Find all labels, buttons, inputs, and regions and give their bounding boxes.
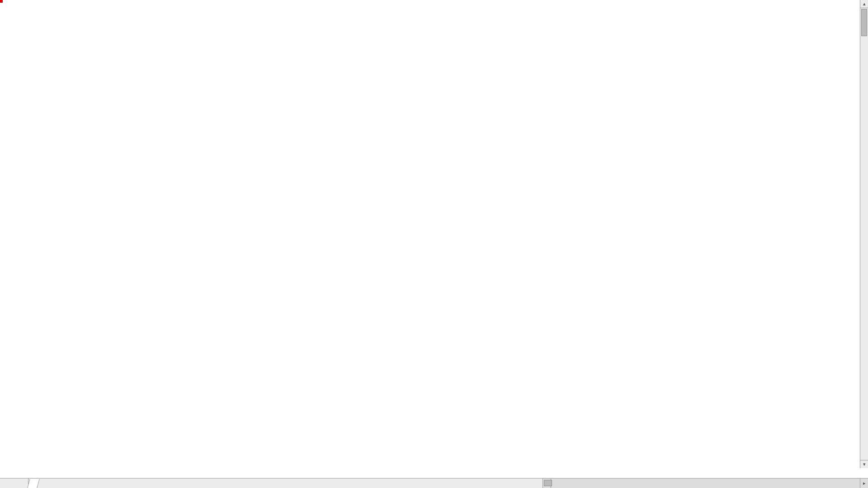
sheet-tab[interactable] [27,479,39,488]
vertical-scrollbar[interactable]: ▴ ▾ [860,0,868,468]
scroll-right-icon[interactable]: ▸ [860,479,868,488]
scroll-up-icon[interactable]: ▴ [860,0,868,8]
highlight-box [0,0,3,3]
horizontal-scrollbar[interactable]: ◂ ▸ [542,479,868,488]
tab-nav [0,479,28,488]
hscroll-thumb[interactable] [544,480,552,486]
vscroll-thumb[interactable] [861,9,867,36]
scroll-down-icon[interactable]: ▾ [860,460,868,468]
sheet-tab-bar: ◂ ▸ [0,478,868,488]
